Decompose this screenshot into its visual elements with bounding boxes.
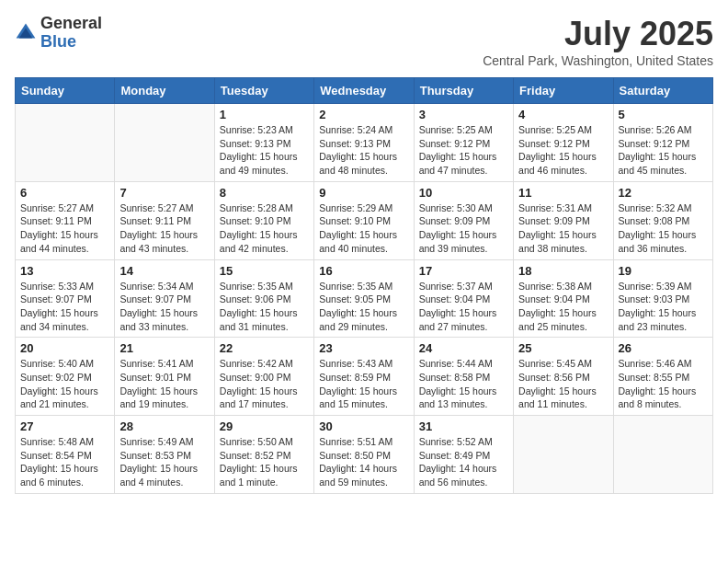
day-number: 17: [419, 264, 508, 278]
day-number: 14: [119, 264, 209, 278]
calendar-day-cell: 15Sunrise: 5:35 AM Sunset: 9:06 PM Dayli…: [214, 259, 313, 338]
calendar-day-cell: [613, 416, 712, 494]
location: Central Park, Washington, United States: [483, 53, 713, 68]
calendar-day-cell: 13Sunrise: 5:33 AM Sunset: 9:07 PM Dayli…: [16, 259, 115, 338]
calendar-day-cell: 27Sunrise: 5:48 AM Sunset: 8:54 PM Dayli…: [16, 416, 115, 494]
calendar-day-cell: 16Sunrise: 5:35 AM Sunset: 9:05 PM Dayli…: [314, 259, 414, 338]
day-number: 4: [518, 108, 608, 121]
day-info: Sunrise: 5:41 AM Sunset: 9:01 PM Dayligh…: [119, 357, 209, 411]
page-header: General Blue July 2025 Central Park, Was…: [15, 15, 713, 68]
calendar-week-row: 27Sunrise: 5:48 AM Sunset: 8:54 PM Dayli…: [16, 416, 713, 494]
calendar-day-cell: 17Sunrise: 5:37 AM Sunset: 9:04 PM Dayli…: [414, 259, 513, 338]
day-info: Sunrise: 5:49 AM Sunset: 8:53 PM Dayligh…: [119, 435, 209, 489]
day-number: 8: [220, 186, 309, 200]
day-info: Sunrise: 5:24 AM Sunset: 9:13 PM Dayligh…: [319, 123, 408, 178]
calendar-day-cell: 5Sunrise: 5:26 AM Sunset: 9:12 PM Daylig…: [613, 104, 712, 182]
day-number: 22: [220, 341, 309, 355]
day-number: 28: [119, 419, 209, 433]
day-info: Sunrise: 5:34 AM Sunset: 9:07 PM Dayligh…: [119, 280, 209, 334]
calendar-day-cell: 19Sunrise: 5:39 AM Sunset: 9:03 PM Dayli…: [613, 259, 712, 338]
calendar-day-cell: 1Sunrise: 5:23 AM Sunset: 9:13 PM Daylig…: [214, 104, 313, 182]
logo-general: General: [40, 15, 102, 33]
day-of-week-header: Monday: [115, 78, 214, 104]
day-info: Sunrise: 5:39 AM Sunset: 9:03 PM Dayligh…: [619, 280, 708, 334]
day-info: Sunrise: 5:42 AM Sunset: 9:00 PM Dayligh…: [220, 357, 309, 411]
calendar-day-cell: 31Sunrise: 5:52 AM Sunset: 8:49 PM Dayli…: [414, 416, 513, 494]
calendar-day-cell: 3Sunrise: 5:25 AM Sunset: 9:12 PM Daylig…: [414, 104, 513, 182]
day-info: Sunrise: 5:32 AM Sunset: 9:08 PM Dayligh…: [619, 201, 708, 256]
day-number: 23: [319, 341, 408, 355]
day-number: 3: [419, 108, 508, 121]
day-info: Sunrise: 5:27 AM Sunset: 9:11 PM Dayligh…: [20, 201, 109, 256]
calendar-week-row: 6Sunrise: 5:27 AM Sunset: 9:11 PM Daylig…: [16, 181, 713, 259]
calendar-week-row: 1Sunrise: 5:23 AM Sunset: 9:13 PM Daylig…: [16, 104, 713, 182]
calendar: SundayMondayTuesdayWednesdayThursdayFrid…: [15, 77, 713, 494]
title-block: July 2025 Central Park, Washington, Unit…: [483, 15, 713, 68]
calendar-day-cell: [514, 416, 613, 494]
day-number: 11: [518, 186, 608, 200]
calendar-day-cell: 10Sunrise: 5:30 AM Sunset: 9:09 PM Dayli…: [414, 181, 513, 259]
day-info: Sunrise: 5:40 AM Sunset: 9:02 PM Dayligh…: [20, 357, 109, 411]
day-info: Sunrise: 5:43 AM Sunset: 8:59 PM Dayligh…: [319, 357, 408, 411]
day-info: Sunrise: 5:37 AM Sunset: 9:04 PM Dayligh…: [419, 280, 508, 334]
day-info: Sunrise: 5:45 AM Sunset: 8:56 PM Dayligh…: [518, 357, 608, 411]
day-of-week-header: Tuesday: [214, 78, 313, 104]
day-number: 12: [619, 186, 708, 200]
day-number: 27: [20, 419, 109, 433]
calendar-day-cell: 22Sunrise: 5:42 AM Sunset: 9:00 PM Dayli…: [214, 338, 313, 416]
logo-blue: Blue: [40, 33, 102, 52]
day-number: 7: [119, 186, 209, 200]
calendar-day-cell: 11Sunrise: 5:31 AM Sunset: 9:09 PM Dayli…: [514, 181, 613, 259]
day-number: 24: [419, 341, 508, 355]
day-info: Sunrise: 5:46 AM Sunset: 8:55 PM Dayligh…: [619, 357, 708, 411]
logo-icon: [15, 22, 37, 44]
calendar-day-cell: 6Sunrise: 5:27 AM Sunset: 9:11 PM Daylig…: [16, 181, 115, 259]
day-number: 25: [518, 341, 608, 355]
calendar-week-row: 13Sunrise: 5:33 AM Sunset: 9:07 PM Dayli…: [16, 259, 713, 338]
calendar-day-cell: 29Sunrise: 5:50 AM Sunset: 8:52 PM Dayli…: [214, 416, 313, 494]
day-info: Sunrise: 5:33 AM Sunset: 9:07 PM Dayligh…: [20, 280, 109, 334]
day-number: 9: [319, 186, 408, 200]
day-number: 13: [20, 264, 109, 278]
day-info: Sunrise: 5:35 AM Sunset: 9:06 PM Dayligh…: [220, 280, 309, 334]
day-info: Sunrise: 5:52 AM Sunset: 8:49 PM Dayligh…: [419, 435, 508, 489]
day-number: 10: [419, 186, 508, 200]
day-info: Sunrise: 5:50 AM Sunset: 8:52 PM Dayligh…: [220, 435, 309, 489]
calendar-day-cell: 23Sunrise: 5:43 AM Sunset: 8:59 PM Dayli…: [314, 338, 414, 416]
day-info: Sunrise: 5:38 AM Sunset: 9:04 PM Dayligh…: [518, 280, 608, 334]
calendar-day-cell: 24Sunrise: 5:44 AM Sunset: 8:58 PM Dayli…: [414, 338, 513, 416]
day-info: Sunrise: 5:25 AM Sunset: 9:12 PM Dayligh…: [518, 123, 608, 178]
logo: General Blue: [15, 15, 102, 52]
day-number: 21: [119, 341, 209, 355]
month-title: July 2025: [483, 15, 713, 53]
day-number: 31: [419, 419, 508, 433]
calendar-header-row: SundayMondayTuesdayWednesdayThursdayFrid…: [16, 78, 713, 104]
day-number: 5: [619, 108, 708, 121]
day-of-week-header: Sunday: [16, 78, 115, 104]
day-info: Sunrise: 5:27 AM Sunset: 9:11 PM Dayligh…: [119, 201, 209, 256]
calendar-day-cell: 14Sunrise: 5:34 AM Sunset: 9:07 PM Dayli…: [115, 259, 214, 338]
day-info: Sunrise: 5:44 AM Sunset: 8:58 PM Dayligh…: [419, 357, 508, 411]
day-of-week-header: Friday: [514, 78, 613, 104]
day-number: 6: [20, 186, 109, 200]
calendar-day-cell: 21Sunrise: 5:41 AM Sunset: 9:01 PM Dayli…: [115, 338, 214, 416]
day-info: Sunrise: 5:35 AM Sunset: 9:05 PM Dayligh…: [319, 280, 408, 334]
calendar-day-cell: 18Sunrise: 5:38 AM Sunset: 9:04 PM Dayli…: [514, 259, 613, 338]
logo-text: General Blue: [40, 15, 102, 52]
calendar-day-cell: 2Sunrise: 5:24 AM Sunset: 9:13 PM Daylig…: [314, 104, 414, 182]
calendar-week-row: 20Sunrise: 5:40 AM Sunset: 9:02 PM Dayli…: [16, 338, 713, 416]
calendar-day-cell: 25Sunrise: 5:45 AM Sunset: 8:56 PM Dayli…: [514, 338, 613, 416]
day-number: 15: [220, 264, 309, 278]
day-info: Sunrise: 5:31 AM Sunset: 9:09 PM Dayligh…: [518, 201, 608, 256]
day-number: 20: [20, 341, 109, 355]
day-of-week-header: Saturday: [613, 78, 712, 104]
day-number: 18: [518, 264, 608, 278]
day-info: Sunrise: 5:25 AM Sunset: 9:12 PM Dayligh…: [419, 123, 508, 178]
calendar-day-cell: 4Sunrise: 5:25 AM Sunset: 9:12 PM Daylig…: [514, 104, 613, 182]
day-number: 16: [319, 264, 408, 278]
calendar-day-cell: 8Sunrise: 5:28 AM Sunset: 9:10 PM Daylig…: [214, 181, 313, 259]
day-info: Sunrise: 5:51 AM Sunset: 8:50 PM Dayligh…: [319, 435, 408, 489]
calendar-day-cell: [115, 104, 214, 182]
day-info: Sunrise: 5:23 AM Sunset: 9:13 PM Dayligh…: [220, 123, 309, 178]
day-number: 19: [619, 264, 708, 278]
